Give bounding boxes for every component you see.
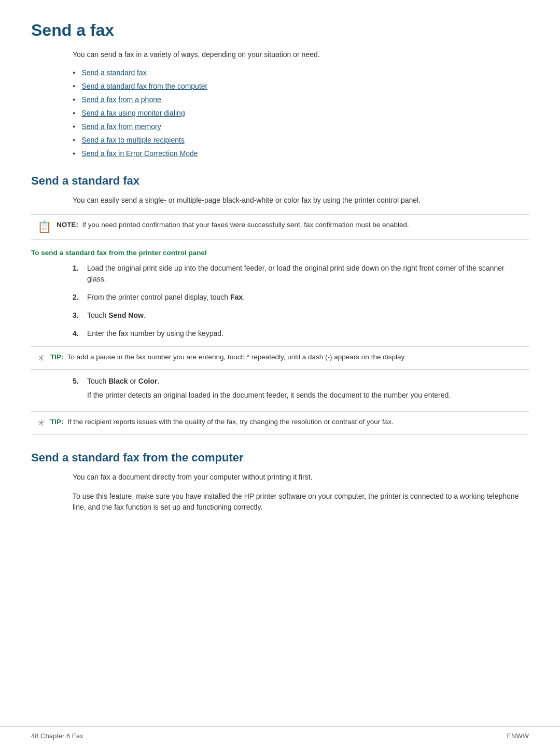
step-3-content: Touch Send Now. xyxy=(87,310,519,321)
subsection-title: To send a standard fax from the printer … xyxy=(31,249,529,257)
tip-text-1: TIP: To add a pause in the fax number yo… xyxy=(50,352,406,362)
step-1-text: Load the original print side up into the… xyxy=(87,264,505,283)
toc-item-4[interactable]: Send a fax using monitor dialing xyxy=(73,109,529,117)
intro-paragraph: You can send a fax in a variety of ways,… xyxy=(73,49,529,60)
tip-body-2: If the recipient reports issues with the… xyxy=(67,418,394,426)
step-5-subtext: If the printer detects an original loade… xyxy=(87,390,519,401)
step-5-content: Touch Black or Color. If the printer det… xyxy=(87,376,519,404)
tip-text-2: TIP: If the recipient reports issues wit… xyxy=(50,417,394,427)
toc-link-4[interactable]: Send a fax using monitor dialing xyxy=(81,109,185,117)
tip-body-1: To add a pause in the fax number you are… xyxy=(67,353,406,361)
tip-box-1: ✳ TIP: To add a pause in the fax number … xyxy=(31,346,529,370)
step-4: 4. Enter the fax number by using the key… xyxy=(73,328,519,339)
note-box: 📋 NOTE: If you need printed confirmation… xyxy=(31,214,529,240)
step-3: 3. Touch Send Now. xyxy=(73,310,519,321)
step-1: 1. Load the original print side up into … xyxy=(73,263,519,285)
page-title: Send a fax xyxy=(31,21,529,40)
tip-box-2: ✳ TIP: If the recipient reports issues w… xyxy=(31,411,529,434)
step-1-content: Load the original print side up into the… xyxy=(87,263,519,285)
step-5: 5. Touch Black or Color. If the printer … xyxy=(73,376,519,404)
step-4-text: Enter the fax number by using the keypad… xyxy=(87,329,223,338)
section2-para1: You can fax a document directly from you… xyxy=(73,472,529,483)
footer-left: 48 Chapter 6 Fax xyxy=(31,732,83,740)
step-1-num: 1. xyxy=(73,263,87,274)
toc-item-2[interactable]: Send a standard fax from the computer xyxy=(73,82,529,90)
section2-para2: To use this feature, make sure you have … xyxy=(73,491,529,513)
toc-link-6[interactable]: Send a fax to multiple recipients xyxy=(81,136,184,144)
note-label: NOTE: xyxy=(57,221,78,229)
step-2-num: 2. xyxy=(73,292,87,303)
section1-title: Send a standard fax xyxy=(31,174,529,188)
steps-list-2: 5. Touch Black or Color. If the printer … xyxy=(73,376,519,404)
toc-item-5[interactable]: Send a fax from memory xyxy=(73,122,529,131)
toc-item-6[interactable]: Send a fax to multiple recipients xyxy=(73,136,529,144)
toc-list: Send a standard fax Send a standard fax … xyxy=(73,68,529,158)
steps-list: 1. Load the original print side up into … xyxy=(73,263,519,339)
toc-link-3[interactable]: Send a fax from a phone xyxy=(81,95,161,104)
tip-label-2: TIP: xyxy=(50,418,64,426)
toc-link-7[interactable]: Send a fax in Error Correction Mode xyxy=(81,149,198,158)
note-text: NOTE: If you need printed confirmation t… xyxy=(57,220,409,230)
tip-icon-1: ✳ xyxy=(37,353,45,364)
tip-label-1: TIP: xyxy=(50,353,64,361)
toc-item-3[interactable]: Send a fax from a phone xyxy=(73,95,529,104)
note-icon: 📋 xyxy=(37,220,51,234)
step-5-num: 5. xyxy=(73,376,87,387)
step-3-num: 3. xyxy=(73,310,87,321)
footer-right: ENWW xyxy=(507,732,529,740)
section2-title: Send a standard fax from the computer xyxy=(31,451,529,465)
section1-intro: You can easily send a single- or multipl… xyxy=(73,195,529,206)
toc-link-2[interactable]: Send a standard fax from the computer xyxy=(81,82,207,90)
step-2: 2. From the printer control panel displa… xyxy=(73,292,519,303)
note-body: If you need printed confirmation that yo… xyxy=(82,221,409,229)
toc-link-1[interactable]: Send a standard fax xyxy=(81,68,146,77)
step-4-content: Enter the fax number by using the keypad… xyxy=(87,328,519,339)
step-4-num: 4. xyxy=(73,328,87,339)
toc-item-7[interactable]: Send a fax in Error Correction Mode xyxy=(73,149,529,158)
toc-item-1[interactable]: Send a standard fax xyxy=(73,68,529,77)
footer-bar: 48 Chapter 6 Fax ENWW xyxy=(0,726,560,745)
tip-icon-2: ✳ xyxy=(37,417,45,429)
toc-link-5[interactable]: Send a fax from memory xyxy=(81,122,161,131)
step-2-content: From the printer control panel display, … xyxy=(87,292,519,303)
